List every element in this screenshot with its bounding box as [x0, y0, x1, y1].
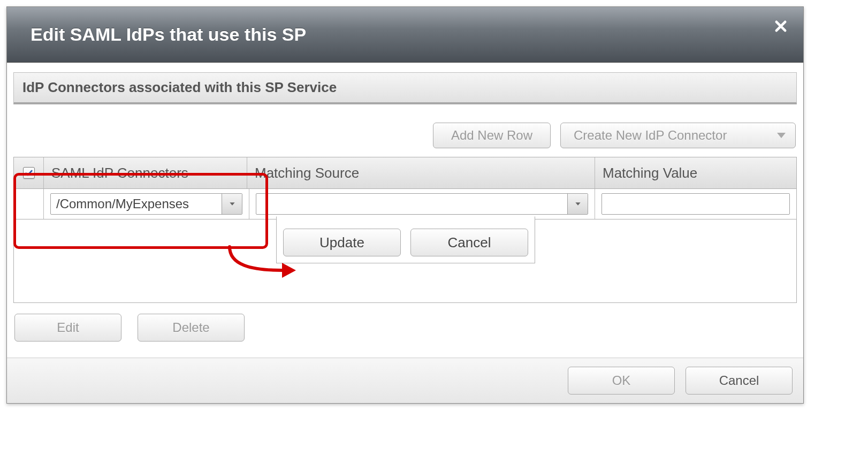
dialog-body: IdP Connectors associated with this SP S…	[7, 63, 803, 358]
dialog-header: Edit SAML IdPs that use this SP	[7, 7, 803, 63]
section-heading: IdP Connectors associated with this SP S…	[13, 72, 797, 104]
idp-connectors-grid: SAML IdP Connectors Matching Source Matc…	[13, 157, 797, 219]
dialog-title: Edit SAML IdPs that use this SP	[31, 24, 306, 45]
row-matching-source-cell	[249, 189, 595, 219]
row-connector-cell	[44, 189, 249, 219]
dialog-footer: OK Cancel	[7, 358, 803, 403]
column-header-matching-value[interactable]: Matching Value	[595, 157, 796, 188]
grid-actions: Edit Delete	[13, 303, 797, 353]
add-new-row-button[interactable]: Add New Row	[433, 123, 551, 148]
delete-button[interactable]: Delete	[138, 314, 245, 342]
update-button[interactable]: Update	[283, 229, 401, 256]
create-new-idp-connector-label: Create New IdP Connector	[574, 128, 727, 143]
chevron-down-icon[interactable]	[567, 194, 588, 214]
cancel-button[interactable]: Cancel	[686, 367, 793, 395]
toolbar: Add New Row Create New IdP Connector	[13, 104, 797, 157]
table-row	[14, 189, 796, 219]
dialog: Edit SAML IdPs that use this SP IdP Conn…	[6, 6, 804, 404]
cancel-inline-label: Cancel	[448, 234, 491, 251]
create-new-idp-connector-button[interactable]: Create New IdP Connector	[560, 123, 796, 148]
edit-button[interactable]: Edit	[14, 314, 121, 342]
column-header-matching-source[interactable]: Matching Source	[247, 157, 595, 188]
add-new-row-label: Add New Row	[451, 128, 532, 143]
matching-source-input[interactable]	[256, 194, 567, 214]
saml-idp-connector-select[interactable]	[50, 193, 242, 215]
edit-button-label: Edit	[57, 320, 79, 335]
grid-header-row: SAML IdP Connectors Matching Source Matc…	[14, 157, 796, 189]
grid-body-spacer: Update Cancel	[13, 219, 797, 303]
column-header-connectors[interactable]: SAML IdP Connectors	[44, 157, 247, 188]
column-header-checkbox[interactable]	[14, 157, 44, 188]
row-checkbox-cell	[14, 189, 44, 219]
chevron-down-icon	[777, 133, 786, 138]
select-all-checkbox[interactable]	[23, 167, 35, 179]
chevron-down-icon[interactable]	[222, 194, 242, 214]
cancel-inline-button[interactable]: Cancel	[410, 229, 528, 256]
ok-button-label: OK	[612, 373, 631, 388]
close-icon[interactable]	[773, 19, 788, 34]
ok-button[interactable]: OK	[568, 367, 675, 395]
row-matching-value-cell	[595, 189, 796, 219]
cancel-button-label: Cancel	[719, 373, 759, 388]
matching-value-input[interactable]	[601, 193, 790, 215]
update-label: Update	[319, 234, 364, 251]
saml-idp-connector-input[interactable]	[51, 194, 222, 214]
delete-button-label: Delete	[172, 320, 209, 335]
matching-source-select[interactable]	[256, 193, 588, 215]
row-inline-actions: Update Cancel	[276, 216, 535, 263]
